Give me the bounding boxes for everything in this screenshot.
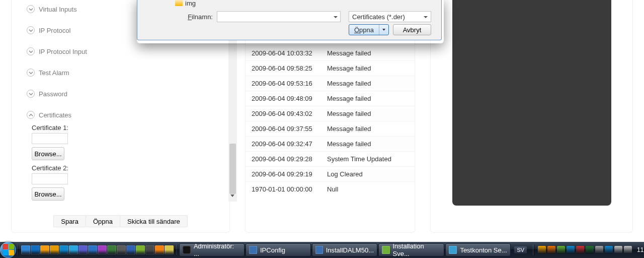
log-time: 2009-06-04 09:29:28	[252, 155, 327, 163]
chevron-down-icon	[27, 5, 35, 13]
certificate1-input[interactable]	[32, 133, 68, 144]
log-row[interactable]: 1970-01-01 00:00:00Null	[246, 181, 415, 197]
log-time: 1970-01-01 00:00:00	[252, 185, 327, 193]
chevron-down-icon	[27, 26, 35, 34]
log-row[interactable]: 2009-06-04 09:58:25Message failed	[246, 60, 415, 76]
accordion-item-ip-protocol-input[interactable]: IP Protocol Input	[12, 44, 229, 58]
quicklaunch-icon[interactable]	[21, 245, 30, 254]
tray-icon[interactable]	[595, 246, 603, 254]
dialog-cancel-button[interactable]: Avbryt	[393, 24, 431, 35]
tray-icon[interactable]	[605, 246, 613, 254]
start-button[interactable]	[0, 242, 16, 258]
certificate1-label: Certificate 1:	[32, 124, 214, 132]
tray-icon[interactable]	[576, 246, 584, 254]
filetype-value: Certificates (*.der)	[352, 13, 405, 21]
certificate1-browse-button[interactable]: Browse...	[32, 147, 64, 160]
preview-panel	[430, 0, 633, 233]
log-row[interactable]: 2009-06-04 09:32:47Message failed	[246, 136, 415, 151]
file-open-dialog: img Filnamn: Certificates (*.der) Öppna …	[137, 0, 442, 40]
quicklaunch-icon[interactable]	[98, 245, 107, 254]
taskbar-button[interactable]: Installation Sve...	[378, 243, 444, 256]
taskbar-button[interactable]: Administratör: ...	[179, 243, 245, 256]
taskbar-button-label: Installation Sve...	[393, 242, 441, 257]
language-indicator[interactable]: SV	[514, 246, 527, 253]
log-row[interactable]: 2009-06-04 10:03:32Message failed	[246, 45, 415, 60]
bottom-toolbar: Spara Öppna Skicka till sändare	[12, 215, 229, 227]
windows-logo-icon	[0, 242, 16, 258]
folder-icon	[175, 0, 183, 6]
log-message: Message failed	[327, 125, 409, 133]
quicklaunch-icon[interactable]	[69, 245, 78, 254]
chevron-down-icon	[27, 47, 35, 55]
log-row[interactable]: 2009-06-04 09:29:28System Time Updated	[246, 151, 415, 166]
certificate2-input[interactable]	[32, 173, 68, 184]
log-message: Message failed	[327, 64, 409, 72]
certificate2-browse-button[interactable]: Browse...	[32, 187, 64, 201]
log-message: Message failed	[327, 110, 409, 117]
log-time: 2009-06-04 09:29:19	[252, 170, 327, 178]
folder-list-item[interactable]: img	[175, 0, 196, 6]
log-row[interactable]: 2009-06-04 09:43:02Message failed	[246, 106, 415, 121]
log-message: Log Cleared	[327, 170, 409, 178]
log-message: Message failed	[327, 49, 409, 57]
taskbar-button-label: IPConfig	[260, 246, 285, 254]
clock[interactable]: 11:50	[637, 246, 644, 253]
quicklaunch-icon[interactable]	[126, 245, 135, 254]
system-tray: SV 11:50	[511, 242, 644, 258]
chevron-down-icon	[27, 90, 35, 98]
filename-dropdown-button[interactable]	[331, 11, 341, 22]
certificate2-label: Certificate 2:	[32, 164, 214, 172]
quicklaunch-icon[interactable]	[50, 245, 59, 254]
quicklaunch-icon[interactable]	[78, 245, 88, 254]
log-row[interactable]: 2009-06-04 09:29:19Log Cleared	[246, 166, 415, 181]
tray-icon[interactable]	[624, 246, 632, 254]
quicklaunch-icon[interactable]	[40, 245, 49, 254]
accordion-item-test-alarm[interactable]: Test Alarm	[12, 66, 229, 80]
log-time: 2009-06-04 09:48:09	[252, 95, 327, 102]
open-button[interactable]: Öppna	[86, 215, 120, 227]
quicklaunch-icon[interactable]	[165, 245, 174, 254]
log-message: Message failed	[327, 140, 409, 148]
taskbar-button[interactable]: IPConfig	[246, 243, 311, 256]
accordion-item-certificates[interactable]: Certificates	[12, 108, 229, 122]
tray-icon[interactable]	[547, 246, 555, 254]
quicklaunch-icon[interactable]	[136, 245, 145, 254]
quicklaunch-icon[interactable]	[155, 245, 164, 254]
log-row[interactable]: 2009-06-04 09:53:16Message failed	[246, 76, 415, 91]
log-time: 2009-06-04 09:58:25	[252, 64, 327, 72]
quicklaunch-icon[interactable]	[145, 245, 154, 254]
dialog-open-button[interactable]: Öppna	[349, 24, 389, 35]
folder-name: img	[185, 0, 196, 7]
quicklaunch-icon[interactable]	[107, 245, 116, 254]
app-icon	[449, 246, 457, 254]
app-icon	[382, 246, 390, 254]
quicklaunch-icon[interactable]	[31, 245, 40, 254]
app-icon	[315, 246, 323, 254]
quicklaunch-icon[interactable]	[117, 245, 126, 254]
filetype-select[interactable]: Certificates (*.der)	[349, 11, 431, 22]
accordion-label: IP Protocol Input	[39, 48, 87, 55]
tray-icon[interactable]	[586, 246, 594, 254]
filename-input[interactable]	[217, 11, 340, 22]
app-icon	[249, 246, 257, 254]
tray-icon[interactable]	[614, 246, 622, 254]
tray-icon[interactable]	[538, 246, 546, 254]
taskbar-button[interactable]: InstallDALM50...	[312, 243, 377, 256]
log-row[interactable]: 2009-06-04 09:48:09Message failed	[246, 91, 415, 106]
tray-icon[interactable]	[567, 246, 575, 254]
quicklaunch-icon[interactable]	[88, 245, 97, 254]
tray-icon[interactable]	[557, 246, 565, 254]
taskbar-button-label: Testkonton Se...	[460, 246, 507, 254]
save-button[interactable]: Spara	[53, 215, 86, 227]
log-row[interactable]: 2009-06-04 09:37:55Message failed	[246, 121, 415, 136]
dialog-open-dropdown[interactable]	[379, 25, 388, 35]
quicklaunch-icon[interactable]	[59, 245, 68, 254]
app-icon	[183, 246, 191, 254]
taskbar-button[interactable]: Testkonton Se...	[445, 243, 511, 256]
preview-area	[452, 0, 611, 206]
accordion-item-password[interactable]: Password	[12, 87, 229, 101]
accordion-label: Test Alarm	[39, 69, 69, 77]
send-button[interactable]: Skicka till sändare	[120, 215, 188, 227]
log-time: 2009-06-04 09:53:16	[252, 80, 327, 87]
chevron-up-icon	[27, 111, 35, 119]
